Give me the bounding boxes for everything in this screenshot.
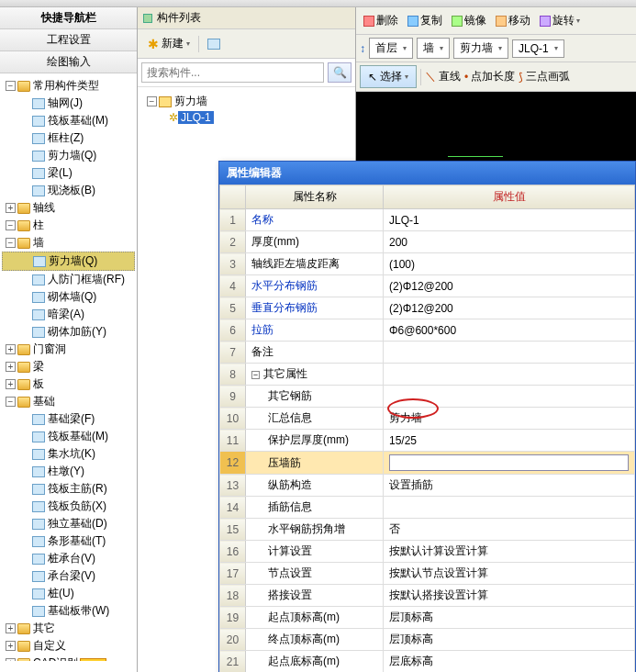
- property-row[interactable]: 15水平钢筋拐角增否: [220, 519, 635, 541]
- component-instance-tree[interactable]: − 剪力墙 ✲ JLQ-1: [138, 87, 355, 130]
- tree-node[interactable]: 暗梁(A): [2, 306, 135, 323]
- tree-node[interactable]: 独立基础(D): [2, 515, 135, 532]
- property-value[interactable]: 按默认节点设置计算: [384, 563, 635, 585]
- property-row[interactable]: 10汇总信息剪力墙: [220, 408, 635, 430]
- tree-node[interactable]: −墙: [2, 234, 135, 252]
- property-value[interactable]: (2)Φ12@200: [384, 297, 635, 319]
- tree-node[interactable]: +门窗洞: [2, 341, 135, 358]
- tree-node[interactable]: 桩(U): [2, 585, 135, 602]
- tree-node[interactable]: 轴网(J): [2, 95, 135, 112]
- tree-node[interactable]: +自定义: [2, 637, 135, 655]
- expand-icon[interactable]: +: [6, 203, 16, 213]
- arc-tool-button[interactable]: ⟆三点画弧: [519, 69, 570, 84]
- expand-icon[interactable]: −: [6, 238, 16, 248]
- tree-node[interactable]: 基础梁(F): [2, 410, 135, 428]
- tree-node[interactable]: +梁: [2, 358, 135, 375]
- property-row[interactable]: 7备注: [220, 342, 635, 364]
- floor-combo[interactable]: 首层▾: [369, 38, 413, 59]
- tree-node[interactable]: −柱: [2, 217, 135, 234]
- property-value-input[interactable]: [389, 454, 629, 471]
- tree-node[interactable]: 砌体加筋(Y): [2, 323, 135, 341]
- tree-root-shearwall[interactable]: − 剪力墙: [143, 93, 350, 110]
- property-value[interactable]: Φ6@600*600: [384, 319, 635, 342]
- tree-node[interactable]: 框柱(Z): [2, 129, 135, 147]
- property-row[interactable]: 14插筋信息: [220, 497, 635, 519]
- property-value[interactable]: 剪力墙: [384, 408, 635, 430]
- type-combo[interactable]: 剪力墙▾: [453, 38, 508, 59]
- copy-button[interactable]: 复制: [404, 10, 446, 31]
- property-value[interactable]: 200: [384, 231, 635, 253]
- draw-input-tab[interactable]: 绘图输入: [0, 51, 137, 73]
- expand-icon[interactable]: +: [6, 379, 16, 389]
- property-row[interactable]: 8−其它属性: [220, 364, 635, 386]
- tree-node[interactable]: +其它: [2, 620, 135, 637]
- property-row[interactable]: 21起点底标高(m)层底标高: [220, 651, 635, 673]
- property-value[interactable]: (2)Φ12@200: [384, 275, 635, 297]
- property-value[interactable]: [384, 386, 635, 408]
- select-tool-button[interactable]: ↖选择▾: [360, 65, 417, 88]
- property-row[interactable]: 17节点设置按默认节点设置计算: [220, 563, 635, 585]
- component-type-tree[interactable]: −常用构件类型轴网(J)筏板基础(M)框柱(Z)剪力墙(Q)梁(L)现浇板(B)…: [0, 73, 137, 661]
- property-row[interactable]: 12压墙筋: [220, 452, 635, 475]
- property-value[interactable]: 设置插筋: [384, 475, 635, 497]
- property-row[interactable]: 16计算设置按默认计算设置计算: [220, 541, 635, 563]
- tree-node[interactable]: 条形基础(T): [2, 532, 135, 550]
- expand-icon[interactable]: +: [6, 344, 16, 354]
- property-value[interactable]: 15/25: [384, 430, 635, 452]
- tree-node[interactable]: +轴线: [2, 199, 135, 217]
- tree-node[interactable]: 剪力墙(Q): [2, 252, 135, 271]
- expand-icon[interactable]: +: [6, 658, 16, 661]
- tree-node[interactable]: 桩承台(V): [2, 550, 135, 567]
- new-button[interactable]: ✱ 新建 ▾: [143, 33, 195, 54]
- tree-node[interactable]: 梁(L): [2, 164, 135, 182]
- property-row[interactable]: 11保护层厚度(mm)15/25: [220, 430, 635, 452]
- property-grid[interactable]: 属性名称 属性值 1名称JLQ-12厚度(mm)2003轴线距左墙皮距离(100…: [219, 185, 635, 672]
- tree-node[interactable]: +CAD识别NEW: [2, 655, 135, 661]
- pin-icon[interactable]: [143, 14, 152, 23]
- property-value[interactable]: 层顶标高: [384, 629, 635, 651]
- property-row[interactable]: 13纵筋构造设置插筋: [220, 475, 635, 497]
- search-button[interactable]: 🔍: [328, 62, 351, 83]
- property-value[interactable]: [384, 497, 635, 519]
- property-value[interactable]: JLQ-1: [384, 209, 635, 231]
- expand-icon[interactable]: +: [6, 641, 16, 651]
- property-row[interactable]: 18搭接设置按默认搭接设置计算: [220, 585, 635, 607]
- property-row[interactable]: 4水平分布钢筋(2)Φ12@200: [220, 275, 635, 297]
- tree-node[interactable]: 现浇板(B): [2, 182, 135, 199]
- rotate-button[interactable]: 旋转▾: [536, 10, 584, 31]
- property-row[interactable]: 20终点顶标高(m)层顶标高: [220, 629, 635, 651]
- tree-node[interactable]: 筏板负筋(X): [2, 498, 135, 515]
- property-row[interactable]: 6拉筋Φ6@600*600: [220, 319, 635, 342]
- tree-node[interactable]: 砌体墙(Q): [2, 288, 135, 306]
- tree-node[interactable]: 承台梁(V): [2, 567, 135, 585]
- property-value[interactable]: (100): [384, 253, 635, 275]
- property-row[interactable]: 1名称JLQ-1: [220, 209, 635, 231]
- collapse-icon[interactable]: −: [147, 96, 157, 106]
- tree-node[interactable]: 基础板带(W): [2, 602, 135, 620]
- expand-icon[interactable]: −: [6, 220, 16, 230]
- tree-node[interactable]: −基础: [2, 393, 135, 410]
- tree-node[interactable]: 筏板基础(M): [2, 112, 135, 129]
- expand-icon[interactable]: −: [6, 397, 16, 407]
- property-row[interactable]: 5垂直分布钢筋(2)Φ12@200: [220, 297, 635, 319]
- property-row[interactable]: 2厚度(mm)200: [220, 231, 635, 253]
- expand-icon[interactable]: +: [6, 362, 16, 372]
- expand-icon[interactable]: +: [6, 623, 16, 633]
- property-value[interactable]: [384, 342, 635, 364]
- category-combo[interactable]: 墙▾: [417, 38, 450, 59]
- move-button[interactable]: 移动: [492, 10, 534, 31]
- tree-node[interactable]: 人防门框墙(RF): [2, 271, 135, 288]
- tree-item-jlq1[interactable]: ✲ JLQ-1: [143, 110, 350, 125]
- collapse-icon[interactable]: −: [251, 371, 260, 379]
- tree-node[interactable]: 筏板基础(M): [2, 428, 135, 445]
- delete-button[interactable]: 删除: [360, 10, 402, 31]
- tree-node[interactable]: 柱墩(Y): [2, 463, 135, 480]
- instance-combo[interactable]: JLQ-1▾: [512, 39, 564, 58]
- search-input[interactable]: [141, 62, 324, 83]
- property-value[interactable]: 层顶标高: [384, 607, 635, 629]
- tree-node[interactable]: 集水坑(K): [2, 445, 135, 463]
- tree-node[interactable]: 筏板主筋(R): [2, 480, 135, 498]
- addlen-tool-button[interactable]: •点加长度: [464, 69, 515, 84]
- expand-icon[interactable]: −: [6, 81, 16, 91]
- property-value[interactable]: 按默认计算设置计算: [384, 541, 635, 563]
